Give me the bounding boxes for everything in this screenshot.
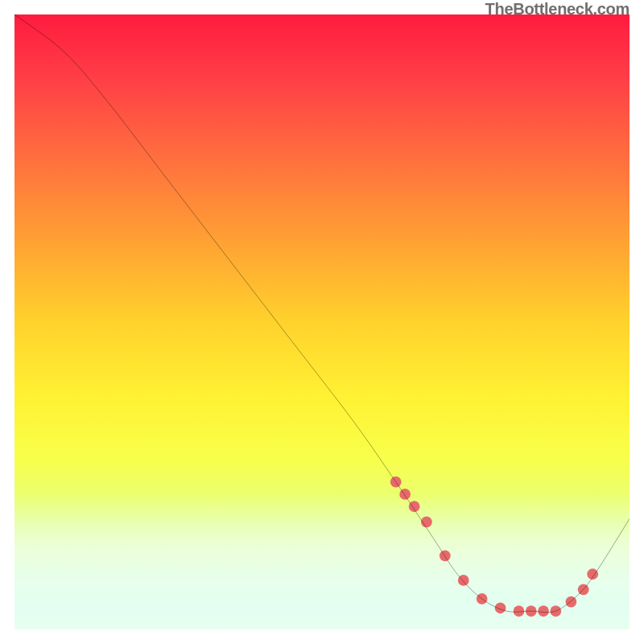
highlight-dot xyxy=(495,602,506,613)
highlight-dot xyxy=(587,568,598,580)
highlight-dot xyxy=(514,605,525,617)
highlight-dot xyxy=(399,489,411,500)
bottleneck-curve xyxy=(14,14,630,613)
attribution-text: TheBottleneck.com xyxy=(485,0,630,18)
plot-area xyxy=(14,14,630,630)
highlight-dots xyxy=(390,477,598,617)
curve-layer xyxy=(14,14,630,630)
highlight-dot xyxy=(458,575,469,586)
highlight-dot xyxy=(566,597,577,608)
highlight-dot xyxy=(538,605,549,617)
highlight-dot xyxy=(440,550,451,561)
highlight-dot xyxy=(409,501,420,512)
